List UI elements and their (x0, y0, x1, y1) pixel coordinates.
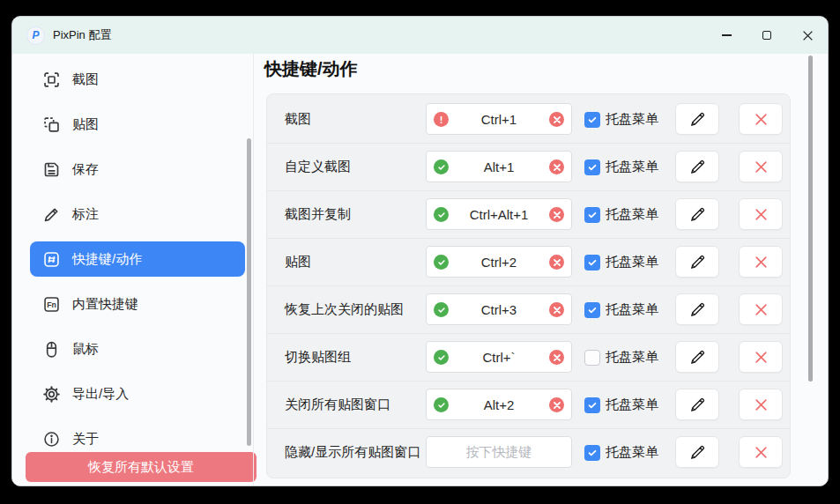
delete-hotkey-button[interactable] (739, 389, 783, 420)
tray-menu-checkbox[interactable] (584, 255, 600, 271)
sidebar-item-fn[interactable]: Fn 内置快捷键 (30, 286, 245, 322)
edit-hotkey-button[interactable] (675, 389, 719, 420)
pencil-icon (689, 159, 706, 175)
tray-menu-label: 托盘菜单 (606, 429, 658, 476)
sidebar-item-label: 内置快捷键 (72, 296, 138, 313)
hotkey-input[interactable]: Alt+2 (426, 389, 572, 420)
hotkey-row: 关闭所有贴图窗口 Alt+2 托盘菜单 (267, 382, 790, 429)
hotkey-status-icon (434, 159, 449, 174)
clear-hotkey-icon[interactable] (549, 112, 564, 127)
sidebar-item-pin[interactable]: 贴图 (30, 107, 245, 142)
delete-hotkey-button[interactable] (739, 246, 783, 278)
hotkey-input[interactable]: 按下快捷键 (426, 436, 572, 468)
hotkey-value: Alt+2 (484, 397, 515, 412)
reset-defaults-button[interactable]: 恢复所有默认设置 (26, 452, 256, 482)
hotkey-status-icon: ! (434, 112, 449, 127)
pencil-icon (689, 397, 706, 413)
hash-icon (41, 249, 61, 269)
tray-menu-label: 托盘菜单 (606, 191, 658, 238)
hotkey-input[interactable]: Ctrl+` (426, 341, 572, 373)
sidebar-item-info[interactable]: 关于 (30, 421, 245, 456)
info-icon (41, 429, 61, 448)
sidebar-item-save[interactable]: 保存 (30, 152, 245, 187)
fn-icon: Fn (41, 294, 61, 314)
edit-hotkey-button[interactable] (675, 246, 719, 278)
clear-hotkey-icon[interactable] (549, 302, 564, 317)
svg-text:Fn: Fn (47, 300, 56, 309)
tray-menu-checkbox[interactable] (584, 302, 600, 318)
sidebar-item-gear[interactable]: 导出/导入 (30, 376, 245, 411)
hotkey-input[interactable]: Ctrl+2 (426, 246, 572, 278)
sidebar-list: 截图 贴图 保存 标注 快捷键/动作 Fn 内置快捷键 鼠标 导出/导入 关于 (12, 62, 253, 456)
delete-x-icon (754, 112, 769, 127)
hotkey-value: Ctrl+Alt+1 (470, 207, 529, 222)
tray-menu-checkbox[interactable] (584, 112, 600, 128)
hotkey-status-icon (434, 207, 449, 222)
edit-hotkey-button[interactable] (675, 436, 719, 468)
edit-hotkey-button[interactable] (675, 151, 719, 182)
hotkey-row: 自定义截图 Alt+1 托盘菜单 (267, 144, 790, 191)
hotkey-status-icon (434, 255, 449, 270)
clear-hotkey-icon[interactable] (549, 255, 564, 270)
hotkey-input[interactable]: Ctrl+3 (426, 293, 572, 325)
pixpin-logo-icon: P (26, 26, 45, 45)
save-icon (41, 159, 61, 179)
sidebar: 截图 贴图 保存 标注 快捷键/动作 Fn 内置快捷键 鼠标 导出/导入 关于 … (12, 54, 253, 485)
delete-hotkey-button[interactable] (739, 436, 783, 468)
delete-x-icon (754, 302, 769, 317)
delete-x-icon (754, 350, 769, 365)
hotkey-action-label: 截图并复制 (285, 191, 351, 238)
hotkey-input[interactable]: Ctrl+Alt+1 (426, 198, 572, 230)
clear-hotkey-icon[interactable] (549, 159, 564, 174)
sidebar-item-mouse[interactable]: 鼠标 (30, 331, 245, 367)
tray-menu-label: 托盘菜单 (606, 239, 658, 285)
hotkey-row: 截图 ! Ctrl+1 托盘菜单 (267, 96, 790, 144)
page-title: 快捷键/动作 (264, 57, 358, 81)
hotkey-row: 恢复上次关闭的贴图 Ctrl+3 托盘菜单 (267, 286, 790, 334)
tray-menu-checkbox[interactable] (584, 350, 600, 366)
crop-icon (41, 70, 61, 89)
edit-hotkey-button[interactable] (675, 103, 719, 135)
content-scrollbar[interactable] (808, 56, 813, 382)
close-button[interactable] (787, 17, 828, 54)
delete-x-icon (754, 397, 769, 412)
clear-hotkey-icon[interactable] (549, 397, 564, 412)
tray-menu-checkbox[interactable] (584, 397, 600, 413)
pencil-icon (689, 301, 706, 318)
hotkey-value: Alt+1 (484, 159, 515, 174)
delete-x-icon (754, 159, 769, 174)
tray-menu-checkbox[interactable] (584, 207, 600, 223)
hotkey-input[interactable]: Alt+1 (426, 151, 572, 182)
delete-x-icon (754, 207, 769, 222)
hotkey-list-panel: 截图 ! Ctrl+1 托盘菜单 自定义截图 Alt+1 (266, 93, 791, 478)
tray-menu-checkbox[interactable] (584, 159, 600, 175)
pencil-icon (689, 444, 706, 461)
clear-hotkey-icon[interactable] (549, 350, 564, 365)
minimize-button[interactable] (706, 17, 747, 54)
hotkey-action-label: 关闭所有贴图窗口 (285, 382, 390, 428)
maximize-button[interactable] (747, 17, 787, 54)
sidebar-scrollbar[interactable] (247, 138, 251, 446)
hotkey-input[interactable]: ! Ctrl+1 (426, 103, 572, 135)
clear-hotkey-icon[interactable] (549, 207, 564, 222)
sidebar-item-pencil[interactable]: 标注 (30, 196, 245, 232)
tray-menu-label: 托盘菜单 (606, 334, 658, 381)
hotkey-value: 按下快捷键 (466, 444, 532, 461)
delete-hotkey-button[interactable] (739, 198, 783, 230)
delete-hotkey-button[interactable] (739, 293, 783, 325)
tray-menu-checkbox[interactable] (584, 445, 600, 461)
pencil-icon (689, 349, 706, 366)
pencil-icon (41, 204, 61, 224)
hotkey-row: 隐藏/显示所有贴图窗口 按下快捷键 托盘菜单 (267, 429, 790, 476)
sidebar-item-hash[interactable]: 快捷键/动作 (30, 241, 245, 277)
tray-menu-label: 托盘菜单 (606, 144, 658, 190)
delete-hotkey-button[interactable] (739, 103, 783, 135)
delete-hotkey-button[interactable] (739, 341, 783, 373)
pencil-icon (689, 111, 706, 128)
edit-hotkey-button[interactable] (675, 341, 719, 373)
delete-hotkey-button[interactable] (739, 151, 783, 182)
sidebar-item-crop[interactable]: 截图 (30, 62, 245, 97)
edit-hotkey-button[interactable] (675, 198, 719, 230)
edit-hotkey-button[interactable] (675, 293, 719, 325)
sidebar-item-label: 快捷键/动作 (72, 251, 142, 268)
